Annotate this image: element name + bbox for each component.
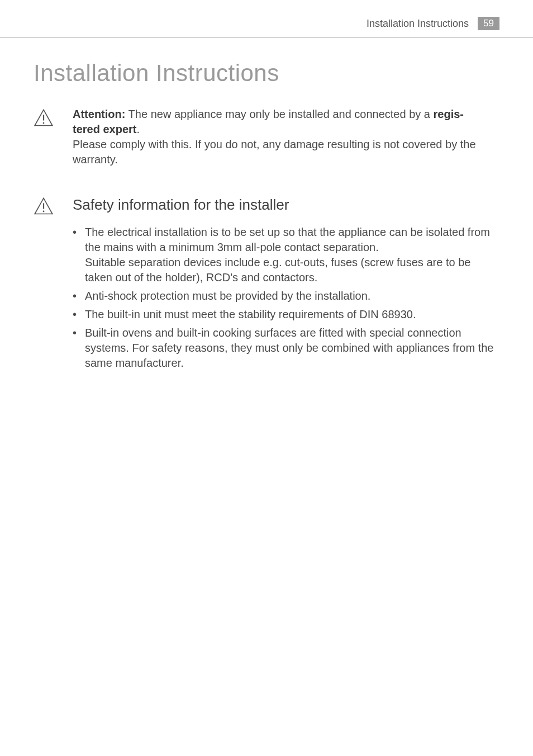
page-title: Installation Instructions (34, 60, 499, 87)
attention-line2-bold: tered expert (73, 123, 137, 135)
attention-line1-bold-end: regis- (434, 108, 464, 120)
safety-text: Safety information for the installer The… (73, 195, 499, 374)
page-content: Installation Instructions Attention: The… (0, 37, 533, 374)
icon-column (34, 195, 73, 219)
list-item: Anti-shock protection must be provided b… (73, 289, 499, 304)
page-header: Installation Instructions 59 (0, 0, 533, 37)
attention-section: Attention: The new appliance may only be… (34, 107, 499, 167)
bullet-text: The electrical installation is to be set… (85, 226, 490, 253)
bullet-text: The built-in unit must meet the stabilit… (85, 308, 416, 320)
attention-paragraph-2: Please comply with this. If you do not, … (73, 137, 499, 167)
safety-heading: Safety information for the installer (73, 195, 499, 215)
list-item: The built-in unit must meet the stabilit… (73, 307, 499, 322)
attention-text: Attention: The new appliance may only be… (73, 107, 499, 167)
svg-point-2 (43, 122, 45, 124)
icon-column (34, 107, 73, 130)
svg-point-5 (43, 211, 45, 212)
bullet-text: Built-in ovens and built-in cooking surf… (85, 327, 493, 369)
page-number: 59 (478, 17, 499, 30)
list-item: The electrical installation is to be set… (73, 225, 499, 285)
header-section-title: Installation Instructions (367, 18, 469, 30)
safety-bullet-list: The electrical installation is to be set… (73, 225, 499, 371)
warning-triangle-icon (34, 209, 54, 218)
bullet-text: Anti-shock protection must be provided b… (85, 290, 370, 302)
attention-line1-mid: The new appliance may only be installed … (125, 108, 433, 120)
attention-label: Attention: (73, 108, 125, 120)
bullet-subtext: Suitable separation devices include e.g.… (85, 255, 499, 285)
list-item: Built-in ovens and built-in cooking surf… (73, 325, 499, 371)
warning-triangle-icon (34, 120, 54, 130)
safety-section: Safety information for the installer The… (34, 195, 499, 374)
attention-paragraph-1: Attention: The new appliance may only be… (73, 107, 499, 137)
attention-line2-after: . (137, 123, 140, 135)
